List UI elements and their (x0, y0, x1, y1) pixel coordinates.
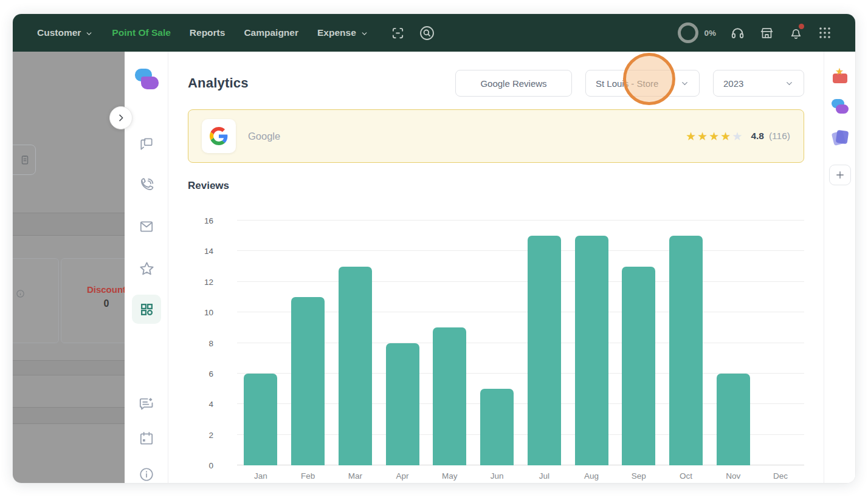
scan-icon[interactable] (391, 26, 405, 40)
ghost-discount-card: Discount 0 (61, 258, 125, 343)
x-tick-label-may: May (426, 471, 474, 481)
x-tick-label-oct: Oct (663, 471, 710, 481)
sidebar-item-favorites[interactable] (125, 261, 168, 277)
search-icon[interactable] (419, 25, 435, 41)
storage-progress[interactable]: 0% (678, 22, 716, 43)
bar-nov[interactable] (717, 374, 750, 465)
app-logo[interactable] (135, 69, 159, 92)
ghost-card (13, 145, 36, 175)
sidebar-item-calls[interactable] (125, 177, 168, 193)
compose-message-icon (139, 395, 155, 412)
notification-badge (799, 24, 804, 29)
expand-sidebar-button[interactable] (109, 106, 133, 129)
chart-bars (237, 221, 804, 465)
bar-jan[interactable] (244, 374, 277, 465)
sidebar-item-calendar[interactable] (125, 431, 168, 447)
star-filled-icon: ★ (686, 131, 696, 142)
notes-button[interactable] (824, 129, 855, 146)
bar-slot (521, 221, 568, 465)
y-tick-label: 16 (204, 216, 213, 225)
bar-aug[interactable] (575, 236, 608, 465)
chevron-down-icon (680, 79, 689, 88)
body-row: Discount 0 (13, 52, 855, 483)
y-tick-label: 6 (208, 369, 213, 378)
bar-mar[interactable] (339, 267, 372, 465)
y-tick-label: 8 (208, 338, 213, 347)
x-tick-label-jan: Jan (237, 471, 284, 481)
top-nav: Customer Point Of Sale Reports Campaigne… (13, 14, 855, 52)
bar-feb[interactable] (291, 297, 325, 465)
bar-slot (474, 221, 521, 465)
nav-point-of-sale[interactable]: Point Of Sale (112, 27, 170, 38)
y-tick-label: 12 (204, 277, 213, 286)
provider-name: Google (248, 131, 280, 142)
chevron-down-icon (85, 30, 93, 38)
rating-summary: ★★★★★ 4.8 (116) (686, 131, 790, 142)
progress-label: 0% (704, 29, 716, 38)
sidebar-item-chat[interactable] (125, 136, 168, 152)
store-select-value: St Louis - Store (596, 78, 658, 89)
nav-right-tools: 0% (678, 22, 832, 43)
bar-slot (568, 221, 615, 465)
nav-customer[interactable]: Customer (37, 27, 93, 38)
y-tick-label: 10 (204, 308, 213, 317)
logo-bubble-purple (141, 77, 159, 89)
filters: Google Reviews St Louis - Store 2023 (455, 70, 804, 97)
bar-oct[interactable] (669, 236, 703, 465)
content-header: Analytics Google Reviews St Louis - Stor… (188, 70, 804, 97)
bar-slot (284, 221, 332, 465)
rating-value: 4.8 (751, 131, 764, 142)
report-type-label: Google Reviews (480, 78, 546, 89)
nav-reports[interactable]: Reports (190, 27, 226, 38)
bar-jun[interactable] (480, 389, 514, 465)
add-widget-button[interactable] (824, 165, 855, 185)
rating-count: (116) (769, 131, 790, 142)
rewards-icon: ★ (832, 68, 848, 84)
reviews-bar-chart: 0246810121416 JanFebMarAprMayJunJulAugSe… (188, 192, 804, 482)
bar-apr[interactable] (386, 343, 419, 466)
star-filled-icon: ★ (709, 131, 719, 142)
ghost-stat-card (13, 258, 59, 343)
reward-star-shape: ★ (835, 66, 844, 77)
bar-jul[interactable] (528, 236, 561, 465)
apps-grid-icon[interactable] (818, 26, 832, 40)
ghost-band (13, 407, 125, 424)
nav-customer-label: Customer (37, 27, 81, 38)
report-type-button[interactable]: Google Reviews (455, 70, 572, 97)
x-tick-label-jul: Jul (521, 471, 568, 481)
x-tick-label-nov: Nov (710, 471, 757, 481)
bar-may[interactable] (433, 327, 466, 465)
y-tick-label: 4 (208, 400, 213, 409)
notifications-button[interactable] (788, 26, 804, 41)
info-icon (16, 289, 25, 301)
nav-campaigner[interactable]: Campaigner (244, 27, 298, 38)
note-shape-front (836, 130, 849, 144)
nav-reports-label: Reports (190, 27, 226, 38)
app-window: Customer Point Of Sale Reports Campaigne… (13, 14, 855, 483)
headphones-icon[interactable] (730, 26, 745, 41)
sidebar-item-dashboard-active[interactable] (132, 295, 161, 324)
sidebar-item-info[interactable] (125, 467, 168, 482)
rewards-button[interactable]: ★ (824, 68, 855, 84)
ghost-band (13, 213, 125, 236)
discount-label: Discount (61, 284, 125, 295)
bar-slot (710, 221, 757, 465)
nav-expense[interactable]: Expense (317, 27, 368, 38)
progress-ring-icon (678, 22, 698, 43)
year-select[interactable]: 2023 (713, 70, 804, 97)
star-filled-icon: ★ (720, 131, 731, 142)
bar-slot (426, 221, 474, 465)
store-icon[interactable] (759, 26, 774, 41)
info-icon (139, 467, 154, 482)
store-select[interactable]: St Louis - Store (585, 70, 700, 97)
bubble-purple-shape (836, 104, 849, 114)
bar-sep[interactable] (622, 267, 655, 465)
star-rating: ★★★★★ (686, 131, 742, 142)
sidebar-item-mail[interactable] (125, 219, 168, 234)
mail-icon (139, 219, 154, 234)
conversations-button[interactable] (824, 99, 855, 115)
clipboard-icon (19, 154, 30, 165)
section-title: Reviews (188, 180, 804, 192)
google-rating-card[interactable]: Google ★★★★★ 4.8 (116) (188, 109, 804, 163)
sidebar-item-compose[interactable] (125, 395, 168, 412)
